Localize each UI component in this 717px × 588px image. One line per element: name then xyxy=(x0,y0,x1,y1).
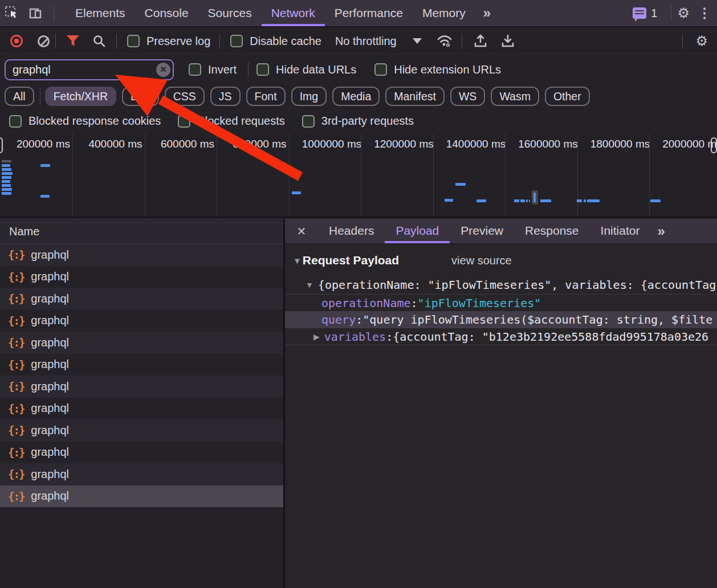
toolbar-divider-5 xyxy=(682,34,683,48)
filter-chip-ws[interactable]: WS xyxy=(450,87,485,106)
filter-chip-other[interactable]: Other xyxy=(545,87,590,106)
request-row[interactable]: {:}graphql xyxy=(0,375,283,398)
request-row[interactable]: {:}graphql xyxy=(0,288,283,310)
blocked-requests-checkbox[interactable] xyxy=(178,115,190,128)
timeline-tick: 1600000 ms xyxy=(511,138,585,150)
waterfall-request-bar xyxy=(2,188,12,191)
disable-cache-label: Disable cache xyxy=(250,35,321,48)
payload-summary-row[interactable]: ▼ {operationName: "ipFlowTimeseries", va… xyxy=(285,276,717,294)
inspect-element-icon[interactable] xyxy=(3,5,21,22)
import-har-icon[interactable] xyxy=(472,33,488,49)
detail-tab-preview[interactable]: Preview xyxy=(450,219,514,243)
filter-chip-manifest[interactable]: Manifest xyxy=(385,87,445,106)
request-row[interactable]: {:}graphql xyxy=(0,419,283,442)
filter-chip-fetch-xhr[interactable]: Fetch/XHR xyxy=(45,87,116,106)
filter-chip-media[interactable]: Media xyxy=(332,87,380,106)
request-row[interactable]: {:}graphql xyxy=(0,463,283,485)
collapse-triangle-icon[interactable]: ▼ xyxy=(293,256,302,266)
name-column-header[interactable]: Name xyxy=(0,219,283,244)
request-row[interactable]: {:}graphql xyxy=(0,244,283,266)
request-row[interactable]: {:}graphql xyxy=(0,398,283,420)
detail-tab-response[interactable]: Response xyxy=(514,219,590,243)
waterfall-request-bar xyxy=(292,191,301,194)
payload-key: operationName xyxy=(321,296,411,310)
clear-filter-icon[interactable]: ✕ xyxy=(156,63,170,77)
tab-elements[interactable]: Elements xyxy=(66,0,135,26)
menu-icon[interactable]: ⋮ xyxy=(698,5,711,21)
timeline-gridline xyxy=(289,134,290,217)
hide-data-urls-checkbox[interactable] xyxy=(256,63,269,76)
waterfall-request-bar xyxy=(650,199,661,202)
filter-chip-wasm[interactable]: Wasm xyxy=(491,87,539,106)
tab-memory[interactable]: Memory xyxy=(413,0,475,26)
waterfall-request-bar xyxy=(2,180,10,183)
tab-network[interactable]: Network xyxy=(262,0,325,26)
search-icon[interactable] xyxy=(91,33,107,49)
network-overview-timeline[interactable]: 200000 ms400000 ms600000 ms800000 ms1000… xyxy=(0,134,717,218)
more-tabs-icon[interactable]: » xyxy=(475,5,497,21)
payload-panel: ▼ Request Payload view source ▼ {operati… xyxy=(285,244,717,588)
blocked-filter-blocked-response-cookies: Blocked response cookies xyxy=(9,115,161,128)
network-conditions-icon[interactable] xyxy=(437,33,453,49)
filter-chip-doc[interactable]: Doc xyxy=(122,87,159,106)
tab-performance[interactable]: Performance xyxy=(325,0,413,26)
detail-tab-payload[interactable]: Payload xyxy=(385,219,450,243)
request-row[interactable]: {:}graphql xyxy=(0,485,283,508)
request-name: graphql xyxy=(31,380,69,393)
filter-input[interactable] xyxy=(5,59,174,80)
toolbar-divider-1 xyxy=(55,34,56,48)
overview-scroll-handle-left[interactable] xyxy=(0,137,3,153)
view-source-link[interactable]: view source xyxy=(451,254,512,267)
tab-console[interactable]: Console xyxy=(135,0,198,26)
filter-chip-all[interactable]: All xyxy=(5,87,34,106)
hide-data-urls-label: Hide data URLs xyxy=(276,63,356,76)
filter-icon[interactable] xyxy=(65,33,81,49)
request-row[interactable]: {:}graphql xyxy=(0,332,283,354)
clear-icon[interactable] xyxy=(38,35,50,47)
more-detail-tabs-icon[interactable]: » xyxy=(650,223,670,239)
record-icon[interactable] xyxy=(10,35,23,47)
preserve-log-checkbox[interactable] xyxy=(127,35,140,47)
filter-chip-js[interactable]: JS xyxy=(210,87,241,106)
detail-tab-headers[interactable]: Headers xyxy=(318,219,385,243)
waterfall-request-bar xyxy=(445,199,453,202)
timeline-gridline xyxy=(505,134,506,217)
hide-extension-urls-label: Hide extension URLs xyxy=(394,63,501,76)
payload-row-query[interactable]: query: "query ipFlowTimeseries($accountT… xyxy=(285,311,717,328)
throttling-dropdown[interactable]: No throttling xyxy=(327,35,422,48)
request-row[interactable]: {:}graphql xyxy=(0,442,283,464)
disable-cache-checkbox[interactable] xyxy=(230,35,243,47)
blocked-response-cookies-checkbox[interactable] xyxy=(9,115,22,128)
request-name: graphql xyxy=(31,248,69,262)
device-toolbar-icon[interactable] xyxy=(27,5,44,22)
issues-counter[interactable]: 1 xyxy=(633,7,657,20)
invert-checkbox[interactable] xyxy=(189,63,201,76)
request-name: graphql xyxy=(31,314,69,327)
close-icon[interactable]: ✕ xyxy=(285,224,318,238)
filter-chip-font[interactable]: Font xyxy=(246,87,286,106)
hide-extension-urls-checkbox[interactable] xyxy=(374,63,387,76)
toolbar-divider-4 xyxy=(462,34,462,48)
filter-chip-img[interactable]: Img xyxy=(291,87,327,106)
request-row[interactable]: {:}graphql xyxy=(0,354,283,376)
expand-triangle-icon[interactable]: ▼ xyxy=(305,280,313,289)
network-filterbar: ✕ Invert Hide data URLs Hide extension U… xyxy=(0,55,717,84)
3rd-party-requests-checkbox[interactable] xyxy=(302,115,315,128)
timeline-tick: 2000000 ms xyxy=(655,138,717,150)
timeline-gridline xyxy=(577,134,578,217)
payload-row-operationname[interactable]: operationName: "ipFlowTimeseries" xyxy=(285,294,717,311)
waterfall-request-bar xyxy=(526,199,528,202)
settings-icon[interactable]: ⚙ xyxy=(677,6,690,20)
detail-tab-initiator[interactable]: Initiator xyxy=(590,219,651,243)
tab-sources[interactable]: Sources xyxy=(198,0,262,26)
request-row[interactable]: {:}graphql xyxy=(0,266,283,288)
filter-chip-css[interactable]: CSS xyxy=(165,87,205,106)
throttling-value: No throttling xyxy=(335,35,397,48)
request-row[interactable]: {:}graphql xyxy=(0,310,283,332)
waterfall-request-bar xyxy=(2,192,11,195)
expand-triangle-icon[interactable]: ▶ xyxy=(313,332,320,341)
payload-row-variables[interactable]: ▶variables: {accountTag: "b12e3b2192ee55… xyxy=(285,328,717,345)
network-settings-icon[interactable]: ⚙ xyxy=(695,34,708,48)
messages-icon xyxy=(633,7,646,19)
export-har-icon[interactable] xyxy=(500,33,516,49)
